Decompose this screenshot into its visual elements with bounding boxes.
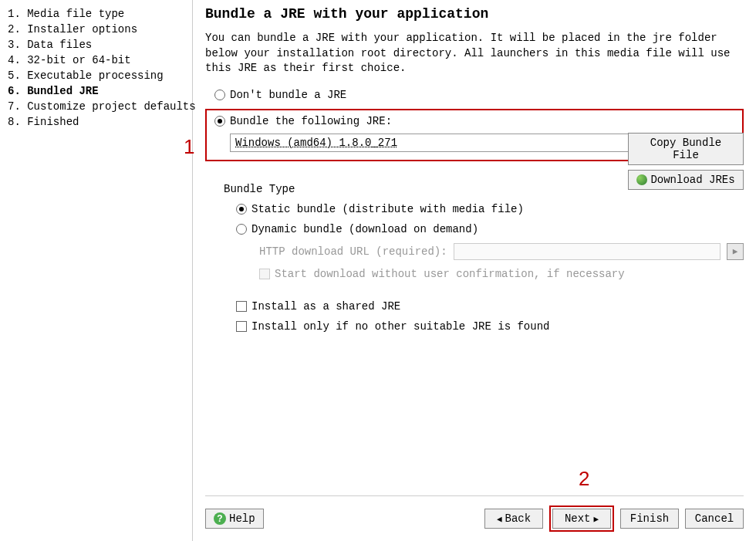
globe-icon xyxy=(636,174,647,185)
radio-icon xyxy=(214,116,225,127)
checkbox-install-only-if[interactable]: Install only if no other suitable JRE is… xyxy=(236,320,744,333)
http-url-label: HTTP download URL (required): xyxy=(259,245,447,258)
jre-selected-value: Windows (amd64) 1.8.0_271 xyxy=(235,137,397,149)
sidebar-item-data-files[interactable]: 3. Data files xyxy=(8,37,184,52)
checkbox-icon xyxy=(236,321,247,332)
radio-label: Bundle the following JRE: xyxy=(230,115,392,127)
radio-label: Don't bundle a JRE xyxy=(230,89,346,101)
help-icon: ? xyxy=(214,512,226,525)
copy-bundle-file-button[interactable]: Copy Bundle File xyxy=(628,133,744,165)
radio-dynamic-bundle[interactable]: Dynamic bundle (download on demand) xyxy=(236,223,744,235)
back-button[interactable]: ◀ Back xyxy=(484,509,543,529)
sidebar-item-finished[interactable]: 8. Finished xyxy=(8,114,184,130)
main-panel: Bundle a JRE with your application You c… xyxy=(193,0,756,541)
checkbox-label: Start download without user confirmation… xyxy=(275,268,625,280)
radio-bundle-following[interactable]: Bundle the following JRE: xyxy=(214,115,734,127)
cancel-button[interactable]: Cancel xyxy=(685,509,744,529)
sidebar-item-installer-options[interactable]: 2. Installer options xyxy=(8,22,184,37)
arrow-right-icon: ▶ xyxy=(733,246,738,256)
annotation-box-2: Next ▶ xyxy=(549,505,614,532)
radio-icon xyxy=(236,224,247,235)
checkbox-label: Install as a shared JRE xyxy=(251,300,400,313)
radio-label: Static bundle (distribute with media fil… xyxy=(251,203,524,215)
checkbox-start-download xyxy=(259,269,270,279)
checkbox-label: Install only if no other suitable JRE is… xyxy=(251,320,549,333)
sidebar-item-executable-processing[interactable]: 5. Executable processing xyxy=(8,68,184,83)
sidebar-item-media-file-type[interactable]: 1. Media file type xyxy=(8,6,184,22)
http-url-input xyxy=(454,243,721,260)
sidebar-item-customize-defaults[interactable]: 7. Customize project defaults xyxy=(8,99,184,114)
next-button[interactable]: Next ▶ xyxy=(552,509,611,529)
sidebar-item-32bit-64bit[interactable]: 4. 32-bit or 64-bit xyxy=(8,52,184,68)
page-description: You can bundle a JRE with your applicati… xyxy=(205,31,744,76)
wizard-footer: ? Help ◀ Back 2 Next ▶ Finish C xyxy=(205,495,744,541)
radio-dont-bundle[interactable]: Don't bundle a JRE xyxy=(205,89,744,101)
sidebar-item-bundled-jre[interactable]: 6. Bundled JRE xyxy=(8,83,184,99)
radio-icon xyxy=(214,90,225,100)
radio-static-bundle[interactable]: Static bundle (distribute with media fil… xyxy=(236,203,744,215)
annotation-number-2: 2 xyxy=(579,467,589,491)
finish-button[interactable]: Finish xyxy=(620,509,679,529)
arrow-left-icon: ◀ xyxy=(497,514,502,524)
radio-icon xyxy=(236,204,247,215)
annotation-number-1: 1 xyxy=(184,135,194,159)
browse-button: ▶ xyxy=(727,243,744,260)
help-button[interactable]: ? Help xyxy=(205,509,264,529)
page-title: Bundle a JRE with your application xyxy=(205,6,744,22)
arrow-right-icon: ▶ xyxy=(593,514,599,524)
wizard-sidebar: 1. Media file type 2. Installer options … xyxy=(0,0,193,541)
radio-label: Dynamic bundle (download on demand) xyxy=(251,223,478,235)
checkbox-icon xyxy=(236,301,247,312)
download-jres-button[interactable]: Download JREs xyxy=(628,170,744,190)
checkbox-install-shared[interactable]: Install as a shared JRE xyxy=(236,300,744,313)
